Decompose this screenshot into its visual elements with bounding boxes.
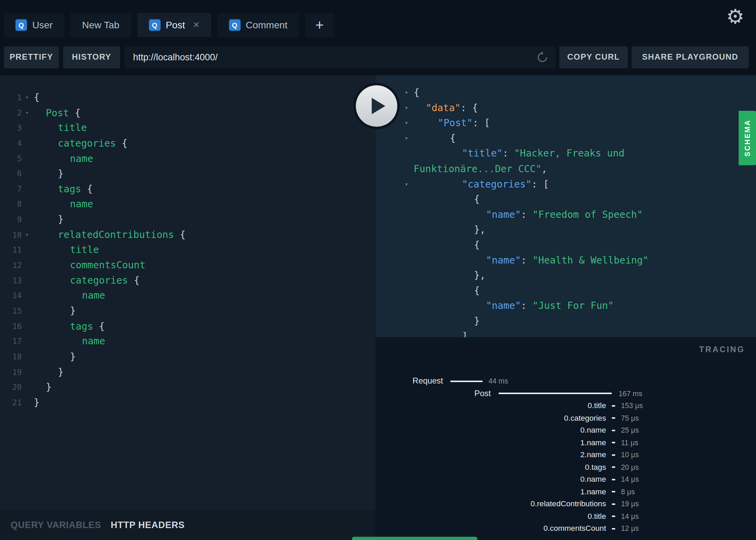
- tracing-row: 0.name14 μs: [376, 473, 756, 485]
- code-text[interactable]: tags {: [32, 319, 105, 334]
- code-text[interactable]: categories {: [32, 273, 140, 288]
- line-number: 16: [0, 319, 22, 334]
- string-token: "Health & Wellbeing": [533, 254, 649, 266]
- tracing-label: 1.name: [376, 436, 606, 449]
- tab-post[interactable]: QPost×: [137, 13, 211, 37]
- new-tab-button[interactable]: +: [305, 13, 334, 37]
- fold-arrow-icon: [22, 334, 32, 349]
- tab-label: New Tab: [82, 19, 119, 31]
- execute-query-button[interactable]: [353, 83, 400, 129]
- punctuation-token: : [: [532, 178, 549, 190]
- line-number: 19: [0, 364, 22, 380]
- tracing-time: 14 μs: [621, 473, 639, 485]
- punctuation-token: {: [128, 274, 140, 286]
- code-text[interactable]: }: [32, 364, 64, 380]
- tracing-duration-bar: [612, 442, 615, 443]
- tracing-duration-bar: [612, 466, 615, 468]
- share-playground-button[interactable]: SHARE PLAYGROUND: [631, 46, 748, 69]
- tracing-duration-bar: [612, 516, 615, 517]
- response-line: },: [376, 222, 756, 238]
- tracing-time: 25 μs: [621, 424, 639, 436]
- tracing-label: Post: [376, 387, 491, 400]
- code-text[interactable]: name: [32, 334, 105, 349]
- fold-arrow-icon: [22, 212, 32, 227]
- punctuation-token: ]: [462, 330, 468, 337]
- response-line: "name": "Health & Wellbeing": [376, 253, 756, 268]
- punctuation-token: }: [46, 381, 52, 393]
- tracing-label: 0.categories: [376, 412, 606, 424]
- code-text[interactable]: commentsCount: [32, 258, 145, 273]
- http-headers-tab[interactable]: HTTP HEADERS: [111, 520, 185, 530]
- response-line: ▾"data": {: [376, 101, 756, 116]
- code-text[interactable]: }: [32, 212, 64, 227]
- fold-arrow-icon: [22, 166, 32, 182]
- fold-arrow-icon[interactable]: ▾: [22, 105, 32, 121]
- tab-comment[interactable]: QComment: [217, 13, 299, 37]
- editor-line: 19}: [0, 364, 376, 380]
- code-text[interactable]: name: [32, 197, 93, 212]
- fold-arrow-icon[interactable]: ▾: [403, 116, 410, 131]
- editor-line: 10▾relatedContributions {: [0, 227, 376, 243]
- tracing-row: Request44 ms: [376, 375, 756, 387]
- code-text: }: [376, 314, 756, 329]
- fold-arrow-icon: [22, 121, 32, 136]
- fold-arrow-icon[interactable]: ▾: [403, 85, 410, 101]
- line-number: 20: [0, 380, 22, 395]
- reload-icon[interactable]: [536, 51, 549, 64]
- line-number: 9: [0, 212, 22, 227]
- string-token: "Just For Fun": [533, 300, 614, 311]
- code-text[interactable]: }: [32, 395, 40, 410]
- fold-arrow-icon: [22, 349, 32, 364]
- code-text[interactable]: }: [32, 166, 64, 182]
- code-text[interactable]: name: [32, 288, 105, 304]
- code-text[interactable]: name: [32, 151, 93, 166]
- code-text[interactable]: categories {: [32, 136, 128, 151]
- code-text[interactable]: }: [32, 303, 76, 319]
- editor-line: 18}: [0, 349, 376, 364]
- tracing-label: 1.name: [376, 485, 606, 498]
- endpoint-url-input[interactable]: [125, 52, 536, 63]
- schema-sidebar-tab[interactable]: SCHEMA: [739, 111, 756, 165]
- line-number: 11: [0, 242, 22, 258]
- code-text[interactable]: relatedContributions {: [32, 227, 186, 243]
- settings-gear-icon[interactable]: ⚙: [726, 7, 744, 27]
- prettify-button[interactable]: PRETTIFY: [4, 46, 59, 69]
- query-editor-pane[interactable]: 1▾{2▾Post {3title4categories {5name6}7ta…: [0, 75, 376, 510]
- query-variables-tab[interactable]: QUERY VARIABLES: [11, 520, 101, 530]
- fold-arrow-icon[interactable]: ▾: [403, 177, 410, 192]
- editor-line: 7tags {: [0, 182, 376, 197]
- fold-arrow-icon: [22, 197, 32, 212]
- history-button[interactable]: HISTORY: [63, 46, 120, 69]
- code-text[interactable]: }: [32, 349, 76, 364]
- query-badge-icon: Q: [229, 19, 241, 31]
- punctuation-token: }: [474, 315, 480, 327]
- code-text[interactable]: title: [32, 121, 87, 136]
- code-text[interactable]: Post {: [32, 105, 81, 121]
- tracing-label: 0.title: [376, 510, 606, 522]
- editor-line: 15}: [0, 303, 376, 319]
- key-token: "Post": [438, 117, 472, 129]
- code-text: {: [376, 238, 756, 253]
- tracing-title[interactable]: TRACING: [699, 345, 745, 355]
- fold-arrow-icon[interactable]: ▾: [403, 101, 410, 116]
- code-text[interactable]: }: [32, 380, 52, 395]
- code-text: {: [376, 192, 756, 207]
- query-editor[interactable]: 1▾{2▾Post {3title4categories {5name6}7ta…: [0, 75, 376, 410]
- response-line: ▾"Post": [: [376, 116, 756, 131]
- fold-arrow-icon[interactable]: ▾: [22, 90, 32, 105]
- copy-curl-button[interactable]: COPY CURL: [559, 46, 628, 69]
- tracing-panel: TRACING Request44 msPost167 ms0.title153…: [376, 337, 756, 540]
- tab-new-tab[interactable]: New Tab: [71, 13, 131, 37]
- punctuation-token: }: [70, 351, 76, 362]
- code-text[interactable]: {: [32, 90, 40, 105]
- code-text[interactable]: tags {: [32, 182, 93, 197]
- punctuation-token: : {: [461, 102, 478, 114]
- editor-line: 14name: [0, 288, 376, 304]
- fold-arrow-icon[interactable]: ▾: [403, 131, 410, 146]
- tracing-row: 1.name11 μs: [376, 436, 756, 449]
- editor-line: 11title: [0, 242, 376, 258]
- close-tab-icon[interactable]: ×: [193, 20, 199, 30]
- tab-user[interactable]: QUser: [4, 13, 64, 37]
- fold-arrow-icon[interactable]: ▾: [22, 227, 32, 243]
- code-text[interactable]: title: [32, 242, 99, 258]
